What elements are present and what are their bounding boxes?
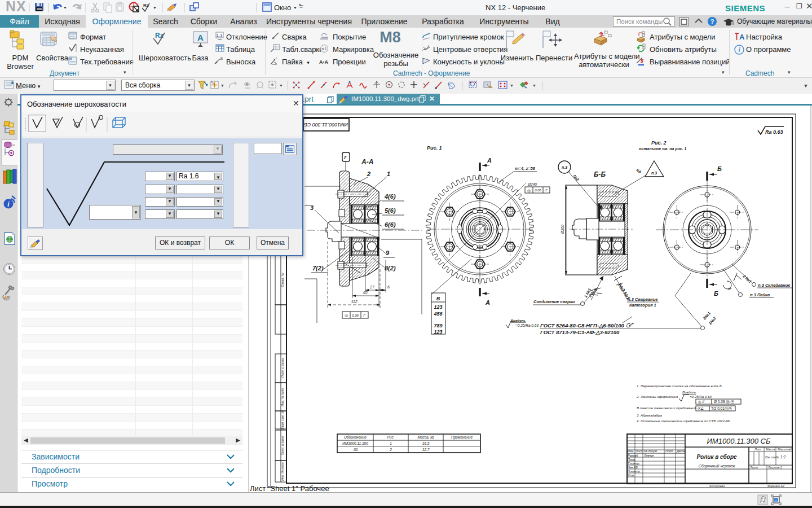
svg-text:См. табл: См. табл xyxy=(765,456,779,459)
svg-text:Ø240: Ø240 xyxy=(527,182,537,186)
svg-text:Рис.: Рис. xyxy=(387,435,394,439)
svg-text:п.3 Склейвание: п.3 Склейвание xyxy=(758,283,791,288)
svg-text:Разраб.: Разраб. xyxy=(628,454,639,457)
svg-text:1№2: 1№2 xyxy=(708,316,717,326)
svg-text:7(2): 7(2) xyxy=(312,265,324,271)
svg-text:123: 123 xyxy=(434,329,442,335)
svg-text:X∠: X∠ xyxy=(698,406,704,410)
svg-text:16.5: 16.5 xyxy=(422,441,430,445)
svg-text:Рис. 2: Рис. 2 xyxy=(651,140,667,146)
svg-text:3. Абракадабра: 3. Абракадабра xyxy=(637,413,662,417)
svg-text:789: 789 xyxy=(434,323,442,329)
svg-text:27: 27 xyxy=(369,285,375,289)
svg-text:2№1: 2№1 xyxy=(702,311,711,321)
svg-text:Формат А2: Формат А2 xyxy=(767,484,784,488)
svg-text:◎: ◎ xyxy=(527,189,531,192)
svg-text:А: А xyxy=(485,299,490,306)
svg-text:Т/2 0.01ⓃⓅ: Т/2 0.01ⓃⓅ xyxy=(711,406,732,410)
svg-text:Листов 1: Листов 1 xyxy=(767,466,782,469)
svg-text:Соединение сварки: Соединение сварки xyxy=(533,299,575,304)
svg-text:=0.25/Ra 0.63: =0.25/Ra 0.63 xyxy=(515,323,539,327)
svg-text:Подп.: Подп. xyxy=(665,449,674,453)
svg-text:п.3: п.3 xyxy=(562,165,567,169)
svg-text:Взам. инв. №: Взам. инв. № xyxy=(281,410,284,430)
svg-text:m=4, z=58: m=4, z=58 xyxy=(515,166,536,171)
svg-text:А: А xyxy=(487,157,492,164)
svg-text:Левчук: Левчук xyxy=(643,454,654,457)
svg-text:В: В xyxy=(436,296,440,301)
svg-text:112: 112 xyxy=(351,300,357,304)
svg-text:Г: Г xyxy=(363,314,365,317)
svg-text:Справ. №: Справ. № xyxy=(281,273,284,287)
svg-text:Применение: Применение xyxy=(451,435,473,440)
svg-text:А-А: А-А xyxy=(361,158,373,166)
svg-text:Б-Б: Б-Б xyxy=(594,170,606,178)
svg-text:4. Остальные технические требо: 4. Остальные технические требования по С… xyxy=(637,419,731,423)
svg-text:Копировал: Копировал xyxy=(709,484,725,488)
svg-text:8(2): 8(2) xyxy=(385,265,396,271)
svg-text:2 №1: 2 №1 xyxy=(742,274,753,284)
svg-text:1: 1 xyxy=(390,441,392,445)
svg-text:=0.25/Ra 0.63: =0.25/Ra 0.63 xyxy=(690,395,712,398)
svg-text:6: 6 xyxy=(387,285,390,289)
svg-text:Рис. 1: Рис. 1 xyxy=(427,145,442,151)
svg-text:Лист: Лист xyxy=(749,466,758,469)
svg-text:62: 62 xyxy=(363,291,368,295)
svg-text:Б: Б xyxy=(714,290,718,297)
svg-text:ИМ1000.11.300 СБ: ИМ1000.11.300 СБ xyxy=(304,122,348,128)
svg-text:◎ //: ◎ // xyxy=(698,400,704,404)
svg-text:1. Параметрическая ссылка на о: 1. Параметрическая ссылка на обозначение… xyxy=(637,384,722,388)
svg-text:Б: Б xyxy=(717,165,722,172)
svg-text:Г: Г xyxy=(545,189,548,192)
svg-text:123: 123 xyxy=(434,304,442,310)
svg-text:п.3: п.3 xyxy=(651,171,657,175)
svg-text:Масса, кг: Масса, кг xyxy=(417,435,434,439)
svg-text:Подп. и дата: Подп. и дата xyxy=(281,436,284,455)
svg-text:9: 9 xyxy=(386,249,390,256)
svg-text:Инв. № дубл.: Инв. № дубл. xyxy=(281,387,284,406)
svg-text:остальное см. на рис. 1: остальное см. на рис. 1 xyxy=(639,147,687,151)
svg-text:2. Зачеканы оформления: 2. Зачеканы оформления xyxy=(636,395,678,398)
svg-text:12.7: 12.7 xyxy=(422,448,430,452)
svg-text:Лист: Лист xyxy=(635,449,644,453)
svg-text:Ø200: Ø200 xyxy=(561,225,564,234)
svg-text:Вивдоль: Вивдоль xyxy=(682,390,696,394)
svg-text:Н.контр.: Н.контр. xyxy=(628,470,641,473)
svg-text:ГОСТ 8713-79-С1-АФ-△3-92100: ГОСТ 8713-79-С1-АФ-△3-92100 xyxy=(540,329,620,335)
svg-text:4(6): 4(6) xyxy=(384,193,396,200)
svg-text:Ролик в сборе: Ролик в сборе xyxy=(696,454,737,460)
svg-text:Масштаб: Масштаб xyxy=(778,448,793,451)
svg-text:5(6): 5(6) xyxy=(385,207,396,214)
svg-text:Пров.: Пров. xyxy=(628,458,636,461)
svg-text:1:2: 1:2 xyxy=(780,455,786,459)
svg-text:Ra 0.63: Ra 0.63 xyxy=(765,129,783,135)
svg-text:Т.контр.: Т.контр. xyxy=(628,462,640,465)
svg-text:Утв.: Утв. xyxy=(627,474,635,477)
svg-text:В тексте технических требовани: В тексте технических требований - xyxy=(637,406,698,410)
svg-text:Г: Г xyxy=(344,155,347,160)
svg-text:Кд: Кд xyxy=(636,168,642,174)
svg-text:456: 456 xyxy=(433,311,443,317)
svg-text:Сборочный чертеж: Сборочный чертеж xyxy=(699,464,736,468)
svg-text:Обозначение: Обозначение xyxy=(344,435,367,439)
svg-text:-01: -01 xyxy=(352,448,358,452)
svg-text:Лит.: Лит. xyxy=(754,448,762,451)
svg-text:Масса: Масса xyxy=(766,448,775,451)
svg-text:п.3 Пайка: п.3 Пайка xyxy=(750,292,770,297)
svg-text:Инв. № подл.: Инв. № подл. xyxy=(281,462,284,481)
svg-text:п.3 Сварвание: п.3 Сварвание xyxy=(628,297,657,302)
svg-text:Категория 1: Категория 1 xyxy=(629,303,656,308)
svg-text:Изм.: Изм. xyxy=(628,449,634,453)
svg-text:0.08: 0.08 xyxy=(535,189,541,192)
svg-text:1: 1 xyxy=(387,170,390,177)
svg-text:№ докум.: № докум. xyxy=(644,449,657,453)
svg-text:2: 2 xyxy=(367,170,370,177)
svg-text:ИМ1000.11.300 СБ: ИМ1000.11.300 СБ xyxy=(707,437,771,445)
svg-text:6(6): 6(6) xyxy=(385,221,396,228)
svg-text:Ø 0.08 Ⓜ Ⓟ: Ø 0.08 Ⓜ Ⓟ xyxy=(714,400,735,404)
svg-text:0.08: 0.08 xyxy=(352,314,359,317)
svg-text:Подп. и дата: Подп. и дата xyxy=(281,358,284,378)
svg-text:Дата: Дата xyxy=(676,449,685,453)
svg-text:2: 2 xyxy=(389,448,392,452)
svg-text:ИМ1000.11.100: ИМ1000.11.100 xyxy=(342,441,368,445)
